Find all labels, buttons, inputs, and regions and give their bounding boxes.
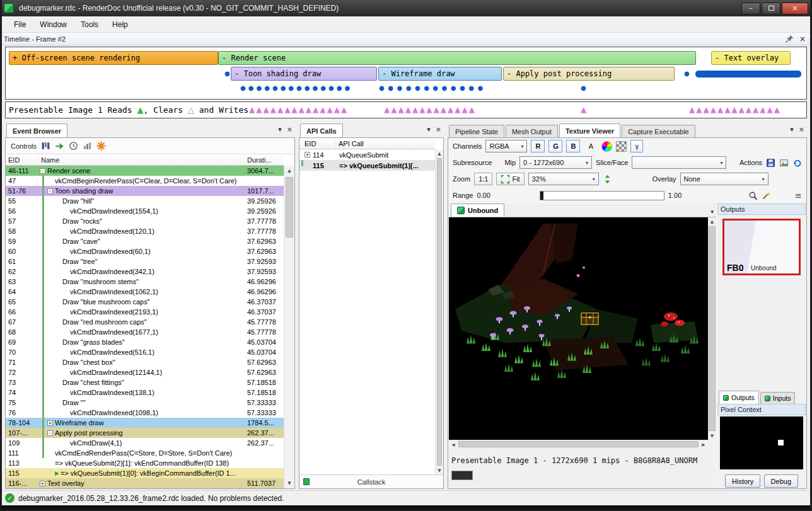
minimize-button[interactable]: – — [741, 3, 760, 14]
timeline-draw-dots-toon[interactable]: ●●●●●●●●●●●●●● — [240, 84, 352, 91]
title-bar[interactable]: debugmarker.rdc - RenderDoc Unofficial r… — [0, 0, 812, 16]
fit-button[interactable]: Fit — [496, 173, 524, 185]
timeline-draw-dots-post[interactable]: ● — [581, 84, 589, 91]
pin-icon[interactable] — [785, 34, 794, 43]
open-image-icon[interactable] — [779, 158, 789, 168]
scrollbar-thumb[interactable] — [286, 177, 293, 238]
panel-close-icon[interactable]: × — [287, 125, 293, 134]
api-calls-scrollbar[interactable]: ▲ ▼ — [435, 149, 443, 474]
event-row[interactable]: 51-76 - Toon shading draw 1017.7... — [6, 186, 284, 196]
event-row[interactable]: 107-... - Apply post processing 262.37..… — [6, 428, 284, 438]
event-row[interactable]: 58 vkCmdDrawIndexed(120,1) 37.77778 — [6, 226, 284, 236]
scroll-up-icon[interactable]: ▲ — [436, 149, 443, 158]
statistics-icon[interactable] — [83, 141, 92, 151]
event-row[interactable]: 109 vkCmdDraw(4,1) 262.37... — [6, 438, 284, 448]
tab-unbound-texture[interactable]: Unbound — [451, 204, 504, 217]
color-wheel-icon[interactable] — [601, 141, 612, 152]
event-row[interactable]: 65 Draw "blue mushroom caps" 46.37037 — [6, 297, 284, 307]
event-row[interactable]: 61 Draw "tree" 37.92593 — [6, 256, 284, 267]
zoom-range-icon[interactable] — [748, 191, 758, 200]
event-row[interactable]: 63 Draw "mushroom stems" 46.96296 — [6, 277, 284, 287]
scroll-up-icon[interactable]: ▲ — [708, 217, 716, 226]
texture-viewport[interactable] — [449, 217, 708, 440]
column-eid[interactable]: EID — [299, 140, 336, 147]
timeline-close-icon[interactable]: × — [799, 35, 806, 43]
scroll-down-icon[interactable]: ▼ — [284, 478, 294, 488]
event-row[interactable]: 76 vkCmdDrawIndexed(1098,1) 57.33333 — [6, 408, 284, 418]
tree-expander-icon[interactable]: + — [304, 152, 310, 158]
timeline-bar-wireframe[interactable]: - Wireframe draw — [378, 67, 502, 81]
tab-event-browser[interactable]: Event Browser — [6, 123, 67, 137]
event-row[interactable]: 64 vkCmdDrawIndexed(1062,1) 46.96296 — [6, 287, 284, 297]
event-row[interactable]: 75 Draw "" 57.33333 — [6, 398, 284, 408]
texture-list-dropdown-icon[interactable]: ▾ — [710, 209, 714, 215]
panel-dropdown-icon[interactable]: ▾ — [427, 125, 431, 134]
texture-vertical-scrollbar[interactable]: ▲ ▼ — [708, 217, 716, 440]
menu-help[interactable]: Help — [106, 18, 134, 31]
tree-expander-icon[interactable]: - — [47, 430, 53, 436]
api-calls-table[interactable]: + 114 vkQueueSubmit 115 => vkQueueSubmit… — [299, 149, 435, 474]
time-durations-icon[interactable] — [69, 141, 78, 151]
scroll-down-icon[interactable]: ▼ — [436, 466, 443, 474]
timeline-bar-text-overlay[interactable]: - Text overlay — [711, 51, 791, 65]
scrollbar-thumb[interactable] — [709, 226, 716, 431]
event-browser-scrollbar[interactable]: ▲ ▼ — [284, 166, 294, 488]
panel-close-icon[interactable]: × — [799, 125, 804, 134]
column-name[interactable]: Name — [38, 156, 247, 164]
panel-dropdown-icon[interactable]: ▾ — [790, 125, 794, 134]
timeline-bar-overlay-draws[interactable] — [695, 71, 801, 78]
panel-tab[interactable]: Texture Viewer — [559, 123, 620, 137]
event-row[interactable]: 67 Draw "red mushroom caps" 45.77778 — [6, 317, 284, 327]
event-row[interactable]: 72 vkCmdDrawIndexed(12144,1) 57.62963 — [6, 367, 284, 377]
tab-inputs[interactable]: Inputs — [760, 392, 796, 404]
range-max-value[interactable]: 1.00 — [668, 192, 682, 199]
tree-expander-icon[interactable]: + — [47, 420, 53, 426]
menu-file[interactable]: File — [8, 18, 32, 31]
event-row[interactable]: 68 vkCmdDrawIndexed(1677,1) 45.77778 — [6, 327, 284, 337]
event-row[interactable]: 55 Draw "hill" 39.25926 — [6, 196, 284, 206]
channel-red-toggle[interactable]: R — [531, 140, 545, 152]
callstack-bar[interactable]: Callstack — [299, 474, 443, 488]
panel-tab[interactable]: Mesh Output — [506, 125, 558, 137]
menu-tools[interactable]: Tools — [74, 18, 105, 31]
columns-icon[interactable] — [41, 141, 50, 151]
channels-select[interactable]: RGBA ▾ — [485, 140, 527, 152]
scrollbar-thumb[interactable] — [437, 158, 442, 466]
pixel-context-canvas[interactable] — [720, 416, 803, 469]
event-row[interactable]: 78-104 + Wireframe draw 1784.5... — [6, 418, 284, 428]
event-row[interactable]: 113 => vkQueueSubmit(2)[1]: vkEndCommand… — [6, 458, 284, 468]
event-row[interactable]: 46-111 - Render scene 3064.7... — [6, 166, 284, 176]
event-row[interactable]: 71 Draw "chest box" 57.62963 — [6, 357, 284, 367]
tree-expander-icon[interactable]: + — [40, 481, 45, 486]
event-row[interactable]: 66 vkCmdDrawIndexed(2193,1) 46.37037 — [6, 307, 284, 317]
event-row[interactable]: 62 vkCmdDrawIndexed(342,1) 37.92593 — [6, 267, 284, 277]
range-slider-handle[interactable] — [540, 192, 543, 200]
timeline-usage-strip[interactable]: Presentable Image 1 Reads ▲, Clears △ an… — [5, 101, 807, 118]
timeline-bar-offscreen[interactable]: + Off-screen scene rendering — [9, 51, 218, 65]
panel-tab[interactable]: Capture Executable — [622, 125, 695, 137]
zoom-1to1-button[interactable]: 1:1 — [474, 173, 492, 185]
event-row[interactable]: 47 vkCmdBeginRenderPass(C=Clear, D=Clear… — [6, 176, 284, 186]
timeline-marker-dot[interactable]: ● — [684, 70, 690, 77]
column-duration[interactable]: Durati... — [247, 156, 284, 164]
zoom-select[interactable]: 32% ▾ — [528, 173, 599, 185]
menu-window[interactable]: Window — [33, 18, 73, 31]
column-eid[interactable]: EID — [6, 156, 38, 164]
range-min-value[interactable]: 0.00 — [477, 192, 490, 199]
writes-markers-group1[interactable]: ▲▲▲▲▲▲▲▲▲▲▲▲▲▲ — [249, 105, 348, 114]
channel-green-toggle[interactable]: G — [548, 140, 562, 152]
overlay-select[interactable]: None ▾ — [680, 173, 768, 185]
event-row[interactable]: 57 Draw "rocks" 37.77778 — [6, 216, 284, 226]
flip-vertical-icon[interactable] — [603, 175, 612, 184]
event-row[interactable]: 56 vkCmdDrawIndexed(1554,1) 39.25926 — [6, 206, 284, 216]
history-button[interactable]: History — [725, 474, 760, 488]
writes-markers-group3[interactable]: ▲▲▲▲▲▲▲▲▲▲▲▲▲ — [689, 105, 781, 114]
event-row[interactable]: 69 Draw "grass blades" 45.03704 — [6, 337, 284, 347]
column-api-call[interactable]: API Call — [336, 140, 364, 147]
event-row[interactable]: 111 vkCmdEndRenderPass(C=Store, D=Store,… — [6, 448, 284, 458]
timeline-marker-dot[interactable]: ● — [224, 70, 230, 77]
scroll-down-icon[interactable]: ▼ — [708, 432, 716, 440]
timeline-draw-dots-wireframe[interactable]: ●●●●●●●●●●●● — [379, 84, 487, 91]
texture-horizontal-scrollbar[interactable]: ◀ ▶ — [449, 440, 708, 448]
scroll-left-icon[interactable]: ◀ — [449, 440, 458, 449]
